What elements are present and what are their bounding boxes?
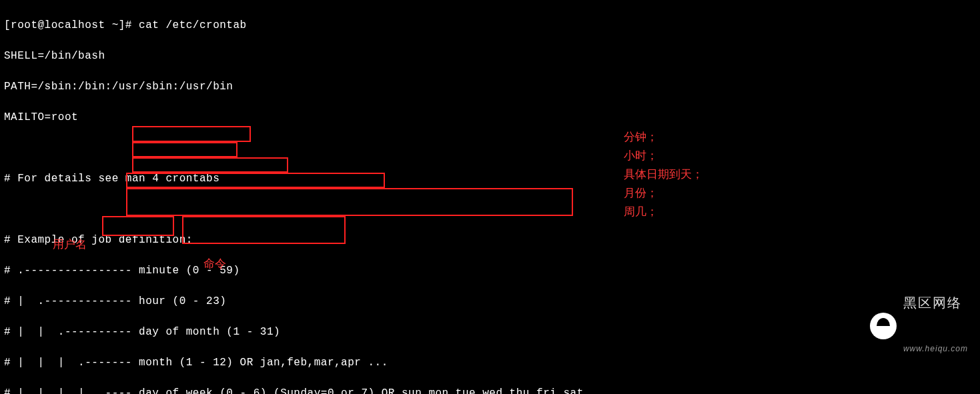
annotation-username: 用户名	[53, 237, 87, 252]
output-line: # Example of job definition:	[4, 233, 584, 248]
output-line: SHELL=/bin/bash	[4, 49, 584, 64]
output-line: # | | .---------- day of month (1 - 31)	[4, 325, 584, 340]
output-line: MAILTO=root	[4, 110, 584, 125]
output-line: # For details see man 4 crontabs	[4, 171, 584, 187]
annotation-dom: 具体日期到天；	[624, 167, 703, 182]
shell-prompt: [root@localhost ~]#	[4, 19, 139, 31]
annotation-month: 月份；	[624, 185, 658, 201]
output-line: # | | | .------- month (1 - 12) OR jan,f…	[4, 355, 584, 371]
prompt-line[interactable]: [root@localhost ~]# cat /etc/crontab	[4, 18, 584, 33]
watermark-title: 黑区网络	[903, 295, 968, 311]
annotation-hour: 小时；	[624, 148, 658, 163]
annotation-minute: 分钟；	[624, 129, 658, 145]
output-line: # | | | | .---- day of week (0 - 6) (Sun…	[4, 386, 584, 394]
watermark-url: www.heiqu.com	[903, 341, 968, 357]
mushroom-icon	[870, 313, 897, 339]
output-line	[4, 141, 584, 156]
annotation-command: 命令	[203, 256, 226, 271]
output-line	[4, 202, 584, 217]
output-line: PATH=/sbin:/bin:/usr/sbin:/usr/bin	[4, 79, 584, 95]
output-line: # .---------------- minute (0 - 59)	[4, 263, 584, 279]
annotation-dow: 周几；	[624, 204, 658, 219]
terminal-output: [root@localhost ~]# cat /etc/crontab SHE…	[4, 3, 584, 394]
watermark: 黑区网络 www.heiqu.com	[870, 265, 968, 387]
output-line: # | .------------- hour (0 - 23)	[4, 294, 584, 309]
command-text: cat /etc/crontab	[139, 19, 247, 31]
